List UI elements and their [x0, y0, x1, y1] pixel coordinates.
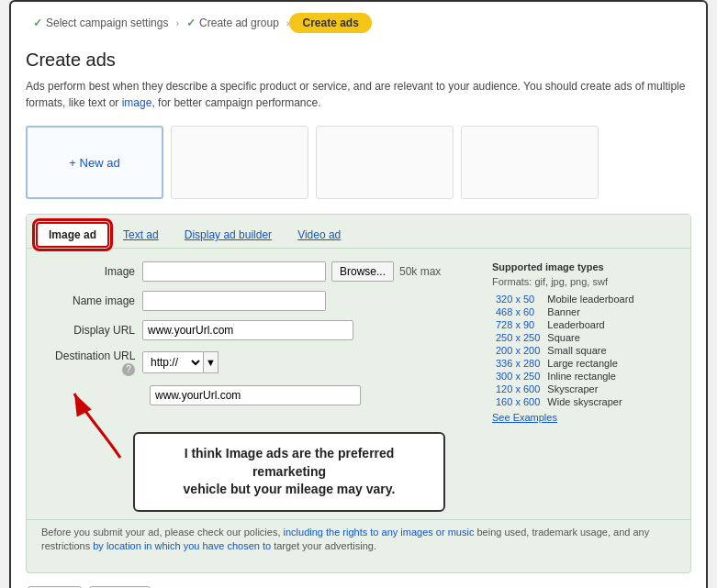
image-size-name: Large rectangle	[543, 357, 637, 370]
destination-url-label: Destination URL ?	[41, 349, 142, 376]
ad-slot-4[interactable]	[461, 126, 599, 199]
bottom-notice-text: Before you submit your ad, please check …	[41, 527, 649, 551]
breadcrumb-step3: Create ads	[289, 13, 371, 33]
tab-video-ad[interactable]: Video ad	[286, 223, 353, 247]
browse-button[interactable]: Browse...	[331, 261, 394, 282]
protocol-select[interactable]: http:// https://	[142, 351, 204, 373]
breadcrumb-step1-label: Select campaign settings	[46, 17, 168, 29]
name-image-label: Name image	[41, 294, 142, 307]
image-types-header: Supported image types	[492, 261, 676, 272]
image-size-dims: 728 x 90	[492, 318, 543, 331]
tab-display-ad-builder[interactable]: Display ad builder	[173, 223, 284, 247]
new-ad-slot[interactable]: + New ad	[26, 126, 163, 199]
image-size-row: 300 x 250Inline rectangle	[492, 370, 638, 383]
image-size-row: 120 x 600Skyscraper	[492, 383, 638, 395]
breadcrumb-step2-label: Create ad group	[199, 17, 279, 29]
bottom-notice: Before you submit your ad, please check …	[27, 519, 690, 560]
help-icon[interactable]: ?	[122, 363, 135, 376]
image-size-name: Small square	[543, 344, 637, 357]
image-size-name: Square	[543, 331, 637, 344]
image-size-name: Leaderboard	[543, 318, 637, 331]
image-size-row: 160 x 600Wide skyscraper	[492, 395, 638, 408]
image-size-dims: 336 x 280	[492, 357, 543, 370]
image-label: Image	[41, 265, 142, 278]
annotation-wrapper: I think Image ads are the preferred rema…	[41, 432, 676, 512]
image-size-dims: 120 x 600	[492, 383, 543, 395]
image-types-formats: Formats: gif, jpg, png, swf	[492, 276, 676, 287]
see-examples-link[interactable]: See Examples	[492, 412, 676, 423]
image-types-panel: Supported image types Formats: gif, jpg,…	[492, 261, 676, 423]
name-image-input[interactable]	[142, 291, 326, 311]
ad-slot-3[interactable]	[316, 126, 454, 199]
page-container: ✓ Select campaign settings › ✓ Create ad…	[9, 0, 708, 588]
check-icon-2: ✓	[186, 17, 196, 29]
image-size-row: 336 x 280Large rectangle	[492, 357, 638, 370]
breadcrumb: ✓ Select campaign settings › ✓ Create ad…	[26, 13, 691, 33]
protocol-dropdown-arrow[interactable]: ▼	[204, 351, 218, 373]
image-input[interactable]	[142, 261, 326, 282]
tab-text-ad[interactable]: Text ad	[111, 223, 171, 247]
image-size-dims: 250 x 250	[492, 331, 543, 344]
image-size-dims: 160 x 600	[492, 395, 543, 408]
ad-tabs: Image ad Text ad Display ad builder Vide…	[27, 215, 690, 249]
image-size-row: 468 x 60Banner	[492, 305, 638, 318]
image-size-dims: 200 x 200	[492, 344, 543, 357]
check-icon-1: ✓	[33, 17, 42, 29]
breadcrumb-step3-label: Create ads	[302, 17, 358, 29]
image-size-row: 320 x 50Mobile leaderboard	[492, 293, 638, 305]
image-size-dims: 300 x 250	[492, 370, 543, 383]
form-row-display-url: Display URL	[41, 320, 474, 340]
display-url-input[interactable]	[142, 320, 353, 340]
tab-image-ad[interactable]: Image ad	[36, 222, 109, 248]
image-size-dims: 468 x 60	[492, 305, 543, 318]
annotation-text-line2: vehicle but your mileage may vary.	[184, 482, 396, 496]
dest-protocol-row: http:// https:// ▼	[142, 351, 218, 373]
new-ad-label: + New ad	[69, 156, 119, 170]
image-size-name: Inline rectangle	[543, 370, 637, 383]
form-row-image: Image Browse... 50k max	[41, 261, 474, 282]
display-url-label: Display URL	[41, 324, 142, 337]
form-row-name-image: Name image	[41, 291, 474, 311]
image-size-dims: 320 x 50	[492, 293, 543, 305]
form-row-destination-url: Destination URL ? http:// https:// ▼	[41, 349, 474, 376]
breadcrumb-step1[interactable]: ✓ Select campaign settings	[26, 13, 175, 33]
image-size-name: Mobile leaderboard	[543, 293, 637, 305]
image-link[interactable]: image	[122, 96, 152, 109]
ad-slot-2[interactable]	[171, 126, 308, 199]
page-description: Ads perform best when they describe a sp…	[26, 78, 691, 111]
arrow-svg	[65, 384, 212, 467]
breadcrumb-step2[interactable]: ✓ Create ad group	[179, 13, 286, 33]
annotation-text-line1: I think Image ads are the preferred rema…	[185, 446, 395, 479]
image-size-row: 250 x 250Square	[492, 331, 638, 344]
page-title: Create ads	[26, 50, 691, 71]
image-size-name: Banner	[543, 305, 637, 318]
image-sizes-table: 320 x 50Mobile leaderboard468 x 60Banner…	[492, 293, 638, 408]
image-size-row: 728 x 90Leaderboard	[492, 318, 638, 331]
ad-slots-container: + New ad	[26, 126, 691, 199]
ad-form-panel: Image ad Text ad Display ad builder Vide…	[26, 214, 691, 573]
image-size-name: Skyscraper	[543, 383, 637, 395]
image-size-row: 200 x 200Small square	[492, 344, 638, 357]
image-size-name: Wide skyscraper	[543, 395, 637, 408]
max-size-label: 50k max	[399, 265, 441, 278]
